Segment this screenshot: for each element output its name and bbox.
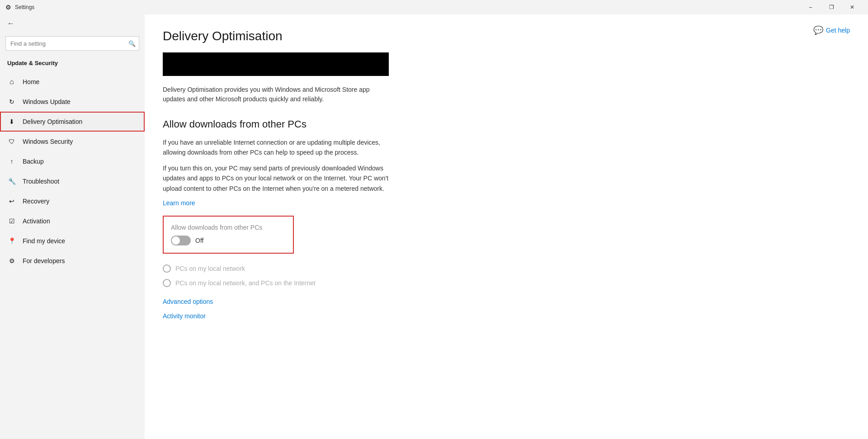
titlebar-title: Settings: [15, 4, 34, 10]
activation-icon: ☑: [7, 217, 16, 226]
sidebar-item-recovery-label: Recovery: [23, 198, 49, 205]
sidebar-item-activation-label: Activation: [23, 217, 50, 225]
learn-more-link[interactable]: Learn more: [163, 199, 195, 207]
troubleshoot-icon: 🔧: [7, 177, 16, 186]
sidebar-item-backup-label: Backup: [23, 158, 44, 165]
windows-security-icon: 🛡: [7, 137, 16, 146]
app-body: ← 🔍 Update & Security ⌂ Home ↻ Windows U…: [0, 14, 868, 439]
titlebar-icon: ⚙: [5, 4, 11, 11]
search-input[interactable]: [5, 36, 139, 51]
get-help-label: Get help: [826, 27, 850, 34]
allow-downloads-toggle[interactable]: [171, 236, 191, 245]
radio-local-button[interactable]: [163, 264, 171, 273]
page-title: Delivery Optimisation: [163, 29, 850, 43]
close-button[interactable]: ✕: [842, 0, 863, 14]
sidebar-item-for-developers-label: For developers: [23, 257, 65, 264]
titlebar-left: ⚙ Settings: [5, 4, 34, 11]
allow-description-2: If you turn this on, your PC may send pa…: [163, 163, 389, 194]
sidebar-item-delivery-optimisation-label: Delivery Optimisation: [23, 118, 82, 125]
allow-downloads-heading: Allow downloads from other PCs: [163, 118, 850, 130]
sidebar-item-recovery[interactable]: ↩ Recovery: [0, 191, 145, 211]
sidebar-item-home[interactable]: ⌂ Home: [0, 72, 145, 92]
get-help-link[interactable]: 💬 Get help: [813, 25, 850, 35]
toggle-label: Allow downloads from other PCs: [171, 224, 286, 231]
advanced-options-link[interactable]: Advanced options: [163, 298, 850, 305]
redacted-banner: [163, 52, 389, 76]
sidebar-item-troubleshoot[interactable]: 🔧 Troubleshoot: [0, 171, 145, 191]
titlebar-controls: – ❐ ✕: [800, 0, 863, 14]
sidebar-item-windows-update[interactable]: ↻ Windows Update: [0, 92, 145, 112]
sidebar-item-delivery-optimisation[interactable]: ⬇ Delivery Optimisation: [0, 112, 145, 132]
sidebar-item-windows-update-label: Windows Update: [23, 98, 71, 105]
radio-option-local[interactable]: PCs on my local network: [163, 264, 850, 273]
toggle-status: Off: [195, 237, 203, 244]
recovery-icon: ↩: [7, 197, 16, 206]
sidebar-item-windows-security[interactable]: 🛡 Windows Security: [0, 132, 145, 151]
activity-monitor-link[interactable]: Activity monitor: [163, 312, 850, 320]
sidebar-item-find-my-device-label: Find my device: [23, 237, 65, 245]
radio-internet-button[interactable]: [163, 279, 171, 287]
back-button[interactable]: ←: [0, 14, 145, 33]
maximize-button[interactable]: ❐: [821, 0, 842, 14]
sidebar-item-windows-security-label: Windows Security: [23, 138, 73, 145]
sidebar-item-backup[interactable]: ↑ Backup: [0, 151, 145, 171]
sidebar-item-for-developers[interactable]: ⚙ For developers: [0, 251, 145, 271]
titlebar: ⚙ Settings – ❐ ✕: [0, 0, 868, 14]
back-icon: ←: [7, 19, 14, 28]
allow-description-1: If you have an unreliable Internet conne…: [163, 137, 389, 158]
search-box: 🔍: [5, 36, 139, 51]
backup-icon: ↑: [7, 157, 16, 166]
get-help-icon: 💬: [813, 25, 823, 35]
toggle-row: Off: [171, 236, 286, 245]
sidebar-item-find-my-device[interactable]: 📍 Find my device: [0, 231, 145, 251]
links-section: Advanced options Activity monitor: [163, 298, 850, 320]
find-my-device-icon: 📍: [7, 236, 16, 245]
sidebar-item-activation[interactable]: ☑ Activation: [0, 211, 145, 231]
windows-update-icon: ↻: [7, 97, 16, 106]
sidebar-item-home-label: Home: [23, 78, 39, 85]
home-icon: ⌂: [7, 77, 16, 86]
radio-internet-label: PCs on my local network, and PCs on the …: [175, 279, 316, 287]
sidebar-section-title: Update & Security: [0, 58, 145, 72]
toggle-box: Allow downloads from other PCs Off: [163, 216, 294, 254]
delivery-optimisation-icon: ⬇: [7, 117, 16, 126]
radio-option-internet[interactable]: PCs on my local network, and PCs on the …: [163, 279, 850, 287]
page-description: Delivery Optimisation provides you with …: [163, 85, 389, 104]
content-area: 💬 Get help Delivery Optimisation Deliver…: [145, 14, 868, 439]
minimize-button[interactable]: –: [800, 0, 821, 14]
sidebar: ← 🔍 Update & Security ⌂ Home ↻ Windows U…: [0, 14, 145, 439]
sidebar-item-troubleshoot-label: Troubleshoot: [23, 178, 59, 185]
radio-local-label: PCs on my local network: [175, 265, 245, 272]
for-developers-icon: ⚙: [7, 256, 16, 265]
